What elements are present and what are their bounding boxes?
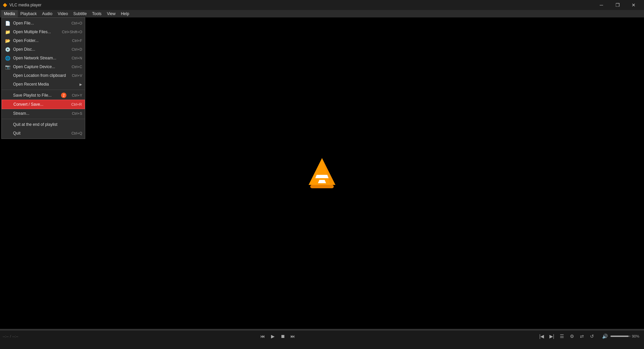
save-playlist-label: Save Playlist to File...: [13, 93, 60, 98]
video-area: [0, 17, 644, 329]
frame-forward-button[interactable]: ▶|: [547, 332, 556, 341]
open-file-label: Open File...: [13, 21, 66, 26]
mute-button[interactable]: 🔊: [600, 332, 609, 341]
open-disc-shortcut: Ctrl+D: [72, 47, 82, 51]
save-playlist-icon: [4, 92, 11, 99]
open-capture-label: Open Capture Device...: [13, 64, 66, 69]
menubar: Media 📄 Open File... Ctrl+O 📁 Open Multi…: [0, 10, 644, 17]
menu-item-help[interactable]: Help: [118, 10, 132, 17]
menu-item-tools[interactable]: Tools: [90, 10, 104, 17]
volume-bar[interactable]: [610, 336, 631, 337]
open-capture-shortcut: Ctrl+C: [72, 65, 82, 69]
convert-save-icon: [5, 101, 11, 108]
open-disc-label: Open Disc...: [13, 47, 66, 52]
menu-item-video[interactable]: Video: [55, 10, 70, 17]
stream-label: Stream...: [13, 111, 66, 116]
time-separator: /: [10, 334, 11, 338]
time-display-right: --:--: [12, 334, 18, 338]
minimize-button[interactable]: ─: [594, 0, 609, 10]
open-location-icon: [4, 72, 11, 79]
menu-open-disc[interactable]: 💿 Open Disc... Ctrl+D: [2, 45, 85, 54]
titlebar: 🔶 VLC media player ─ ❐ ✕: [0, 0, 644, 10]
open-file-icon: 📄: [4, 20, 11, 27]
menu-open-network[interactable]: 🌐 Open Network Stream... Ctrl+N: [2, 54, 85, 62]
menu-convert-save[interactable]: Convert / Save... Ctrl+R: [2, 100, 85, 109]
repeat-button[interactable]: ↺: [588, 332, 596, 341]
open-folder-label: Open Folder...: [13, 38, 67, 43]
menu-item-view[interactable]: View: [104, 10, 118, 17]
play-button[interactable]: ▶: [268, 332, 277, 341]
menu-stream[interactable]: Stream... Ctrl+S: [2, 109, 85, 118]
menu-open-recent[interactable]: Open Recent Media ▶: [2, 80, 85, 89]
bottom-controls: --:-- / --:-- ⏮ ▶ ⏹ ⏭ |◀ ▶| ☰ ⚙ ⇄ ↺ 🔊 90…: [0, 329, 644, 349]
menu-item-playback[interactable]: Playback: [18, 10, 40, 17]
stream-icon: [4, 110, 11, 117]
convert-save-label: Convert / Save...: [13, 102, 66, 107]
open-folder-shortcut: Ctrl+F: [72, 39, 82, 43]
restore-button[interactable]: ❐: [610, 0, 625, 10]
menu-open-capture[interactable]: 📷 Open Capture Device... Ctrl+C: [2, 62, 85, 71]
menu-open-location[interactable]: Open Location from clipboard Ctrl+V: [2, 71, 85, 80]
open-folder-icon: 📂: [4, 37, 11, 44]
svg-marker-1: [315, 175, 329, 178]
open-multiple-label: Open Multiple Files...: [13, 30, 56, 34]
quit-end-icon: [4, 121, 11, 128]
open-network-label: Open Network Stream...: [13, 56, 66, 60]
close-button[interactable]: ✕: [626, 0, 641, 10]
quit-shortcut: Ctrl+Q: [71, 131, 82, 135]
open-capture-icon: 📷: [4, 63, 11, 70]
submenu-arrow-icon: ▶: [79, 83, 82, 86]
open-network-icon: 🌐: [4, 55, 11, 61]
frame-back-button[interactable]: |◀: [537, 332, 546, 341]
window-title: VLC media player: [9, 3, 594, 7]
stop-button[interactable]: ⏹: [278, 332, 287, 341]
volume-percent: 90%: [632, 334, 641, 338]
menu-save-playlist[interactable]: Save Playlist to File... 2 Ctrl+Y: [2, 91, 85, 100]
menu-item-media[interactable]: Media 📄 Open File... Ctrl+O 📁 Open Multi…: [1, 10, 18, 17]
open-location-label: Open Location from clipboard: [13, 73, 66, 78]
open-location-shortcut: Ctrl+V: [72, 73, 82, 78]
open-network-shortcut: Ctrl+N: [72, 56, 82, 60]
open-recent-label: Open Recent Media: [13, 82, 78, 87]
volume-fill: [610, 336, 629, 337]
extended-settings-button[interactable]: ⚙: [568, 332, 576, 341]
quit-icon: [4, 130, 11, 137]
open-recent-icon: [4, 81, 11, 88]
svg-marker-2: [318, 180, 326, 183]
shuffle-button[interactable]: ⇄: [578, 332, 586, 341]
open-multiple-shortcut: Ctrl+Shift+O: [62, 30, 82, 34]
menu-quit[interactable]: Quit Ctrl+Q: [2, 129, 85, 138]
save-playlist-badge: 2: [61, 93, 66, 98]
menu-open-folder[interactable]: 📂 Open Folder... Ctrl+F: [2, 36, 85, 45]
svg-rect-4: [310, 185, 334, 188]
play-next-button[interactable]: ⏭: [288, 332, 297, 341]
media-dropdown: 📄 Open File... Ctrl+O 📁 Open Multiple Fi…: [1, 17, 85, 139]
convert-save-shortcut: Ctrl+R: [71, 102, 82, 106]
window-controls: ─ ❐ ✕: [594, 0, 641, 10]
time-display-left: --:--: [3, 334, 9, 338]
menu-open-file[interactable]: 📄 Open File... Ctrl+O: [2, 19, 85, 28]
progress-bar[interactable]: [0, 329, 644, 331]
open-file-shortcut: Ctrl+O: [71, 21, 82, 25]
menu-quit-end[interactable]: Quit at the end of playlist: [2, 120, 85, 129]
separator-1: [2, 90, 85, 90]
open-multiple-icon: 📁: [4, 29, 11, 35]
vlc-logo-icon: 🔶: [3, 3, 7, 7]
menu-item-subtitle[interactable]: Subtitle: [71, 10, 90, 17]
playlist-button[interactable]: ☰: [557, 332, 566, 341]
menu-open-multiple[interactable]: 📁 Open Multiple Files... Ctrl+Shift+O: [2, 28, 85, 36]
play-prev-button[interactable]: ⏮: [258, 332, 267, 341]
quit-end-label: Quit at the end of playlist: [13, 122, 82, 127]
stream-shortcut: Ctrl+S: [72, 111, 82, 115]
save-playlist-shortcut: Ctrl+Y: [72, 93, 82, 97]
separator-2: [2, 119, 85, 119]
open-disc-icon: 💿: [4, 46, 11, 53]
quit-label: Quit: [13, 131, 66, 136]
vlc-cone-logo: [307, 156, 337, 190]
menu-item-audio[interactable]: Audio: [39, 10, 55, 17]
